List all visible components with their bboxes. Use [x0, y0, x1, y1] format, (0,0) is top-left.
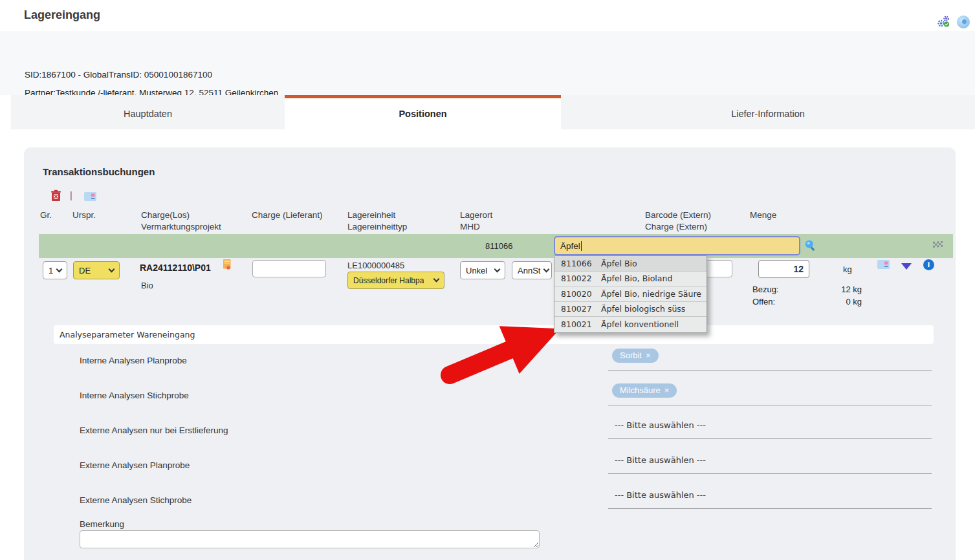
item-name: Äpfel konventionell: [601, 319, 679, 329]
lagereinheit-value: LE1000000485: [347, 261, 404, 270]
analysis-label: Externe Analysen Stichprobe: [80, 495, 192, 505]
bemerkung-label: Bemerkung: [80, 519, 124, 529]
item-code: 810022: [561, 274, 601, 283]
mhd-select[interactable]: AnnSt: [512, 261, 552, 279]
tag-label: Milchsäure: [620, 385, 661, 395]
charge-lieferant-input[interactable]: [252, 260, 326, 277]
tag-milchsaeure[interactable]: Milchsäure×: [612, 383, 677, 398]
checkered-flag-icon[interactable]: [932, 240, 944, 250]
chevron-down-icon: [109, 266, 115, 272]
item-code: 810021: [561, 319, 601, 329]
tab-positionen[interactable]: Positionen: [285, 95, 561, 129]
chevron-down-icon: [433, 276, 440, 283]
col-line2: MHD: [460, 222, 480, 232]
menge-value: 12: [793, 264, 804, 274]
analysis-label: Interne Analysen Planprobe: [80, 356, 187, 365]
col-line1: Lagerort: [460, 210, 492, 220]
note-icon[interactable]: [223, 259, 232, 270]
delete-icon[interactable]: [50, 189, 61, 202]
col-lagereinheit: LagereinheitLagereinheittyp: [347, 210, 407, 233]
search-input-value: Äpfel: [560, 241, 580, 251]
analysis-select-placeholder[interactable]: --- Bitte auswählen ---: [615, 420, 706, 430]
tab-bar: Hauptdaten Positionen Liefer-Information: [0, 95, 975, 129]
col-line2: Lagereinheittyp: [347, 222, 407, 232]
analysis-select-placeholder[interactable]: --- Bitte auswählen ---: [615, 455, 706, 465]
remove-tag-icon[interactable]: ×: [646, 350, 651, 360]
remove-tag-icon[interactable]: ×: [664, 385, 670, 395]
item-name: Äpfel Bio, Bioland: [601, 274, 672, 283]
analysis-label: Externe Analysen Planprobe: [80, 460, 190, 470]
field-underline: [608, 473, 932, 474]
item-name: Äpfel biologisch süss: [601, 304, 685, 314]
field-underline: [608, 508, 932, 509]
gr-select[interactable]: 1: [43, 261, 67, 279]
col-gr: Gr.: [40, 210, 52, 221]
bezug-label: Bezug:: [752, 285, 778, 294]
item-name: Äpfel Bio: [601, 259, 637, 268]
field-underline: [608, 405, 932, 405]
article-dropdown: 811066Äpfel Bio 810022Äpfel Bio, Bioland…: [554, 255, 707, 333]
analysis-label: Interne Analysen Stichprobe: [80, 391, 189, 400]
section-title: Transaktionsbuchungen: [43, 166, 155, 177]
analysis-select-placeholder[interactable]: --- Bitte auswählen ---: [615, 490, 706, 500]
expand-triangle-icon[interactable]: [901, 263, 912, 270]
tab-liefer-information[interactable]: Liefer-Information: [561, 95, 975, 129]
mhd-value: AnnSt: [518, 266, 540, 275]
article-search-input[interactable]: Äpfel: [554, 236, 800, 255]
col-line1: Barcode (Extern): [645, 210, 711, 220]
field-underline: [608, 370, 932, 371]
gears-icon[interactable]: [937, 16, 951, 28]
top-bar: Lagereingang: [0, 0, 975, 31]
lagerort-value: Unkel: [466, 266, 487, 275]
urspr-select[interactable]: DE: [73, 261, 120, 279]
card-icon[interactable]: [84, 192, 96, 201]
text-caret: [581, 241, 582, 251]
offen-value: 0 kg: [822, 297, 862, 307]
col-line2: Charge (Extern): [645, 222, 707, 232]
tag-label: Sorbit: [620, 350, 642, 360]
col-charge-los: Charge(Los)Vermarktungsprojekt: [141, 210, 221, 233]
lagerort-select[interactable]: Unkel: [460, 261, 505, 279]
item-name: Äpfel Bio, niedrige Säure: [601, 289, 701, 299]
dropdown-item[interactable]: 811066Äpfel Bio: [554, 256, 707, 272]
lagereingang-page: Lagereingang SID:1867100 - GlobalTransID…: [0, 0, 975, 560]
tab-hauptdaten[interactable]: Hauptdaten: [11, 95, 285, 129]
chevron-down-icon: [56, 266, 63, 272]
dropdown-item[interactable]: 810020Äpfel Bio, niedrige Säure: [554, 286, 707, 302]
charge-los-value: RA24112110\P01: [140, 263, 211, 273]
offen-label: Offen:: [752, 297, 775, 307]
field-underline: [608, 438, 932, 439]
analysis-label: Externe Analysen nur bei Erstlieferung: [80, 425, 228, 435]
analysis-section-header: Analyseparameter Wareneingang: [54, 325, 934, 344]
chevron-down-icon: [494, 266, 501, 272]
tag-sorbit[interactable]: Sorbit×: [612, 349, 659, 363]
toolbar-separator: |: [70, 190, 72, 200]
bemerkung-textarea[interactable]: [80, 530, 540, 548]
globe-icon[interactable]: [957, 16, 970, 28]
dropdown-item[interactable]: 810027Äpfel biologisch süss: [554, 302, 707, 318]
document-info: SID:1867100 - GlobalTransID: 05001001867…: [0, 31, 975, 95]
col-line1: Lagereinheit: [347, 210, 395, 220]
lagereinheittyp-value: Düsseldorfer Halbpa: [353, 276, 424, 285]
vermarktungsprojekt-value: Bio: [141, 281, 153, 290]
col-lagerort: LagerortMHD: [460, 210, 492, 233]
search-icon[interactable]: [804, 239, 816, 252]
col-charge-lieferant: Charge (Lieferant): [252, 210, 323, 221]
menge-input[interactable]: 12: [758, 260, 809, 278]
col-menge: Menge: [750, 210, 776, 221]
col-barcode: Barcode (Extern)Charge (Extern): [645, 210, 711, 233]
tab-spacer: [0, 95, 11, 129]
sid-line: SID:1867100 - GlobalTransID: 05001001867…: [25, 70, 212, 80]
lagereinheittyp-select[interactable]: Düsseldorfer Halbpa: [347, 272, 444, 289]
card-icon[interactable]: [877, 260, 890, 269]
article-code: 811066: [485, 241, 512, 251]
urspr-value: DE: [79, 266, 91, 275]
dropdown-item[interactable]: 810021Äpfel konventionell: [554, 317, 707, 332]
col-line1: Charge(Los): [141, 210, 190, 220]
info-icon[interactable]: i: [923, 259, 934, 270]
gr-value: 1: [49, 266, 53, 275]
col-line2: Vermarktungsprojekt: [141, 222, 221, 232]
dropdown-item[interactable]: 810022Äpfel Bio, Bioland: [554, 272, 707, 287]
col-urspr: Urspr.: [72, 210, 96, 221]
page-title: Lagereingang: [24, 8, 100, 22]
